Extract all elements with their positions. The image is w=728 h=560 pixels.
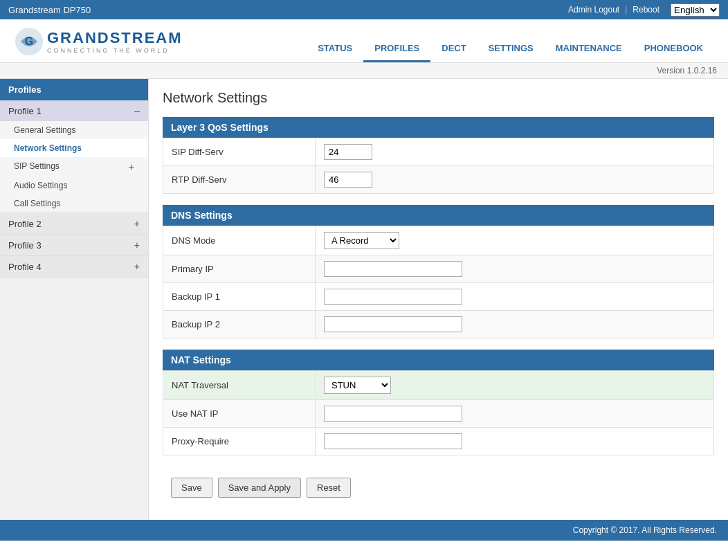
logo-text-area: GRANDSTREAM CONNECTING THE WORLD	[47, 29, 183, 54]
button-area: Save Save and Apply Reset	[163, 467, 714, 509]
layer3-qos-table: SIP Diff-Serv RTP Diff-Serv	[163, 138, 714, 194]
nav-profiles[interactable]: PROFILES	[363, 36, 430, 62]
language-select[interactable]: English Chinese French German Spanish	[671, 3, 720, 17]
sidebar: Profiles Profile 1 – General Settings Ne…	[0, 79, 149, 520]
backup-ip2-input[interactable]	[324, 316, 462, 332]
nat-traversal-select[interactable]: STUN Keep-Alive Auto No	[324, 377, 391, 394]
nav-dect[interactable]: DECT	[430, 36, 477, 62]
backup-ip1-input[interactable]	[324, 289, 462, 305]
rtp-diff-serv-value	[316, 166, 714, 194]
dns-settings-table: DNS Mode A Record SRV NAPTR/SRV Primary …	[163, 226, 714, 338]
sip-expand-icon: +	[129, 161, 134, 172]
layer3-qos-label: Layer 3 QoS Settings	[171, 122, 269, 133]
primary-ip-input[interactable]	[324, 261, 462, 277]
table-row: Use NAT IP	[163, 400, 714, 428]
content: Network Settings Layer 3 QoS Settings SI…	[149, 79, 728, 520]
logo-brand: GRANDSTREAM	[47, 29, 183, 47]
sidebar-profile-4-title[interactable]: Profile 4 +	[0, 256, 148, 277]
rtp-diff-serv-label: RTP Diff-Serv	[163, 166, 316, 194]
page-title: Network Settings	[163, 90, 714, 106]
table-row: DNS Mode A Record SRV NAPTR/SRV	[163, 226, 714, 255]
footer: Copyright © 2017. All Rights Reserved.	[0, 520, 728, 541]
nat-traversal-value: STUN Keep-Alive Auto No	[316, 371, 714, 400]
sidebar-profile-3-label: Profile 3	[8, 240, 42, 251]
table-row: RTP Diff-Serv	[163, 166, 714, 194]
sip-diff-serv-label: SIP Diff-Serv	[163, 138, 316, 166]
sidebar-item-audio-settings[interactable]: Audio Settings	[0, 177, 148, 195]
main-layout: Profiles Profile 1 – General Settings Ne…	[0, 79, 728, 520]
topbar-right: Admin Logout | Reboot English Chinese Fr…	[568, 3, 720, 17]
use-nat-ip-value	[316, 400, 714, 428]
version-text: Version 1.0.2.16	[657, 66, 717, 75]
topbar-title: Grandstream DP750	[8, 5, 91, 15]
sidebar-item-call-settings[interactable]: Call Settings	[0, 195, 148, 213]
primary-ip-label: Primary IP	[163, 255, 316, 283]
sidebar-header: Profiles	[0, 79, 148, 100]
grandstream-logo-icon: G	[14, 26, 44, 57]
nav-settings[interactable]: SETTINGS	[477, 36, 545, 62]
dns-settings-header: DNS Settings	[163, 205, 714, 226]
header: G GRANDSTREAM CONNECTING THE WORLD STATU…	[0, 19, 728, 63]
sidebar-item-sip-settings[interactable]: SIP Settings +	[0, 157, 148, 177]
save-button[interactable]: Save	[171, 478, 212, 498]
sidebar-profile-3: Profile 3 +	[0, 235, 148, 256]
admin-logout-link[interactable]: Admin Logout	[568, 5, 619, 15]
reboot-link[interactable]: Reboot	[633, 5, 659, 15]
backup-ip1-label: Backup IP 1	[163, 283, 316, 311]
backup-ip2-value	[316, 311, 714, 338]
nat-settings-table: NAT Traversal STUN Keep-Alive Auto No Us…	[163, 370, 714, 455]
sidebar-profile-3-title[interactable]: Profile 3 +	[0, 235, 148, 255]
logo-area: G GRANDSTREAM CONNECTING THE WORLD	[14, 26, 183, 62]
sidebar-profile-1-title[interactable]: Profile 1 –	[0, 100, 148, 121]
sidebar-profile-4-label: Profile 4	[8, 262, 42, 272]
sidebar-profile-2-title[interactable]: Profile 2 +	[0, 213, 148, 234]
profile-3-expand-icon: +	[134, 240, 140, 251]
use-nat-ip-label: Use NAT IP	[163, 400, 316, 428]
table-row: Primary IP	[163, 255, 714, 283]
reset-button[interactable]: Reset	[307, 478, 351, 498]
dns-mode-select[interactable]: A Record SRV NAPTR/SRV	[324, 232, 399, 249]
sidebar-profile-2: Profile 2 +	[0, 213, 148, 235]
primary-ip-value	[316, 255, 714, 283]
svg-text:G: G	[25, 35, 33, 47]
nat-settings-header: NAT Settings	[163, 350, 714, 370]
sidebar-item-network-settings[interactable]: Network Settings	[0, 139, 148, 157]
proxy-require-input[interactable]	[324, 433, 462, 449]
table-row: Backup IP 1	[163, 283, 714, 311]
table-row: Backup IP 2	[163, 311, 714, 338]
sidebar-profile-1-items: General Settings Network Settings SIP Se…	[0, 121, 148, 213]
sidebar-profile-4: Profile 4 +	[0, 256, 148, 278]
nav-status[interactable]: STATUS	[307, 36, 363, 62]
nav-maintenance[interactable]: MAINTENANCE	[545, 36, 633, 62]
backup-ip1-value	[316, 283, 714, 311]
layer3-qos-header: Layer 3 QoS Settings	[163, 117, 714, 138]
sip-diff-serv-value	[316, 138, 714, 166]
sidebar-profile-1: Profile 1 – General Settings Network Set…	[0, 100, 148, 213]
nav-phonebook[interactable]: PHONEBOOK	[633, 36, 714, 62]
sidebar-profile-1-label: Profile 1	[8, 106, 42, 116]
rtp-diff-serv-input[interactable]	[324, 172, 372, 188]
sidebar-profile-2-label: Profile 2	[8, 219, 42, 229]
dns-mode-value: A Record SRV NAPTR/SRV	[316, 226, 714, 255]
backup-ip2-label: Backup IP 2	[163, 311, 316, 338]
nat-settings-label: NAT Settings	[171, 354, 231, 365]
logo-tagline: CONNECTING THE WORLD	[47, 47, 183, 54]
save-and-apply-button[interactable]: Save and Apply	[218, 478, 301, 498]
proxy-require-value	[316, 428, 714, 455]
collapse-icon: –	[134, 105, 140, 116]
dns-mode-label: DNS Mode	[163, 226, 316, 255]
use-nat-ip-input[interactable]	[324, 406, 462, 422]
sip-diff-serv-input[interactable]	[324, 144, 372, 160]
proxy-require-label: Proxy-Require	[163, 428, 316, 455]
dns-settings-label: DNS Settings	[171, 210, 233, 221]
profile-4-expand-icon: +	[134, 261, 140, 272]
main-nav: STATUS PROFILES DECT SETTINGS MAINTENANC…	[307, 36, 714, 62]
footer-text: Copyright © 2017. All Rights Reserved.	[573, 525, 717, 535]
topbar: Grandstream DP750 Admin Logout | Reboot …	[0, 0, 728, 19]
table-row: NAT Traversal STUN Keep-Alive Auto No	[163, 371, 714, 400]
nat-traversal-label: NAT Traversal	[163, 371, 316, 400]
table-row: SIP Diff-Serv	[163, 138, 714, 166]
profile-2-expand-icon: +	[134, 218, 140, 229]
version-bar: Version 1.0.2.16	[0, 63, 728, 79]
sidebar-item-general-settings[interactable]: General Settings	[0, 121, 148, 139]
